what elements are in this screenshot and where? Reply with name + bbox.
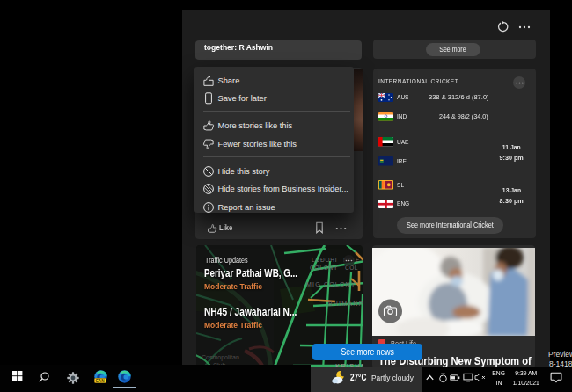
svg-text:Cosmopolitan: Cosmopolitan [202,354,239,361]
svg-text:LUĐOHI: LUĐOHI [312,257,337,263]
svg-text:BHIMANPE: BHIMANPE [328,301,363,307]
svg-text:MIG COLONY: MIG COLONY [306,281,356,287]
